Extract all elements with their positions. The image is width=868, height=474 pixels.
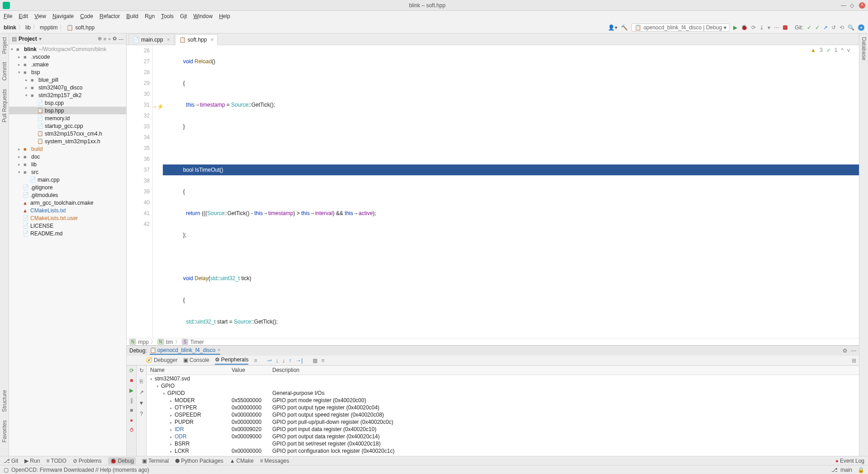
tool-problems[interactable]: ⊘ Problems xyxy=(73,458,102,464)
table-row[interactable]: ▸MODER0x55000000GPIO port mode register … xyxy=(147,397,859,404)
menu-code[interactable]: Code xyxy=(80,13,93,19)
restart-icon[interactable]: ↻ xyxy=(139,367,144,374)
git-branch-icon[interactable]: ⎇ xyxy=(831,467,838,473)
menu-edit[interactable]: Edit xyxy=(19,13,28,19)
crumb-file[interactable]: soft.hpp xyxy=(75,24,95,31)
menu-run[interactable]: Run xyxy=(145,13,155,19)
debug-hide-icon[interactable]: — xyxy=(851,347,856,354)
minimize-button[interactable]: — xyxy=(841,2,847,9)
menu-file[interactable]: File xyxy=(4,13,12,19)
tab-debugger[interactable]: 🧭 Debugger xyxy=(146,357,178,364)
breakpoints-icon[interactable]: ■ xyxy=(130,407,133,413)
collapse-icon[interactable]: ÷ xyxy=(108,36,111,42)
gutter[interactable]: 2627282930 31→⚡ 3233343536 373839404142 xyxy=(127,45,153,338)
filter-icon[interactable]: ▼ xyxy=(139,400,144,406)
run-config-selector[interactable]: 📋 openocd_blink_f4_disco | Debug ▾ xyxy=(631,23,730,32)
code-content[interactable]: void Reload() { this→timestamp = Source:… xyxy=(163,45,859,338)
tool-git[interactable]: ⎇ Git xyxy=(4,458,18,464)
menu-window[interactable]: Window xyxy=(193,13,213,19)
tab-soft[interactable]: 📋soft.hpp× xyxy=(175,34,218,45)
tool-debug[interactable]: 🐞 Debug xyxy=(108,457,136,465)
expand-icon[interactable]: ≡ xyxy=(104,36,106,42)
table-row[interactable]: ▸ODR0x00009000GPIO port output data regi… xyxy=(147,433,859,440)
layout-icon[interactable]: ⊞ xyxy=(852,357,856,364)
search-icon[interactable]: 🔍 xyxy=(848,24,854,31)
tool-event-log[interactable]: ● Event Log xyxy=(835,458,864,464)
git-rollback-icon[interactable]: ⟲ xyxy=(840,24,844,31)
memory-icon[interactable]: ≡ xyxy=(321,357,324,364)
debug-config[interactable]: 📋openocd_blink_f4_disco× xyxy=(150,347,221,355)
tab-main[interactable]: 📄main.cpp× xyxy=(128,34,174,45)
table-row[interactable]: ▸PUPDR0x00000000GPIO port pull-up/pull-d… xyxy=(147,418,859,426)
close-icon[interactable]: × xyxy=(210,37,213,43)
git-update-icon[interactable]: ✓ xyxy=(807,24,811,31)
table-row[interactable]: ▸AFRL0x00000000GPIO alternate function l… xyxy=(147,455,859,456)
evaluate-icon[interactable]: ▦ xyxy=(313,357,318,364)
status-bg-tasks-icon[interactable]: ▢ xyxy=(4,467,9,473)
mute-bp-icon[interactable]: ● xyxy=(130,417,133,423)
crumb-lib[interactable]: lib xyxy=(25,24,31,31)
menu-help[interactable]: Help xyxy=(219,13,230,19)
menu-git[interactable]: Git xyxy=(180,13,187,19)
crumb-mpptim[interactable]: mpptim xyxy=(40,24,57,31)
table-row[interactable]: ▸OSPEEDR0x00000000GPIO port output speed… xyxy=(147,411,859,418)
help-icon[interactable]: ? xyxy=(140,411,143,417)
close-icon[interactable]: × xyxy=(167,37,170,43)
rail-database[interactable]: Database xyxy=(861,37,867,60)
git-push-icon[interactable]: ↗ xyxy=(823,24,828,31)
tool-cmake[interactable]: ▲ CMake xyxy=(230,458,254,464)
tool-todo[interactable]: ≡ TODO xyxy=(46,458,66,464)
tab-console[interactable]: ▣ Console xyxy=(183,357,209,364)
crumb-root[interactable]: blink xyxy=(4,24,16,31)
project-tree[interactable]: ▾■blink~/Workspace/Common/blink ▸■.vscod… xyxy=(9,44,126,456)
table-row[interactable]: ▸OTYPER0x00000000GPIO port output type r… xyxy=(147,404,859,411)
lock-icon[interactable]: 🔒 xyxy=(858,467,864,473)
menu-view[interactable]: View xyxy=(34,13,46,19)
menu-navigate[interactable]: Navigate xyxy=(52,13,74,19)
step-into-icon[interactable]: ↓ xyxy=(275,357,279,364)
peripherals-table[interactable]: Name Value Description ▾stm32f407.svd ▾G… xyxy=(147,366,859,456)
git-commit-icon[interactable]: ✓ xyxy=(815,24,820,31)
copy-icon[interactable]: ⎘ xyxy=(140,378,143,385)
table-row[interactable]: ▸IDR0x00009020GPIO port input data regis… xyxy=(147,426,859,433)
settings-icon[interactable]: ✿ xyxy=(113,36,117,42)
coverage-icon[interactable]: ⟳ xyxy=(751,24,756,31)
rail-structure[interactable]: Structure xyxy=(1,390,8,412)
attach-icon[interactable]: ▾ xyxy=(768,24,770,31)
rail-favorites[interactable]: Favorites xyxy=(1,420,8,442)
tool-python[interactable]: ⬢ Python Packages xyxy=(175,458,223,464)
code-editor[interactable]: ▲3 ✓1 ^v 2627282930 31→⚡ 3233343536 3738… xyxy=(127,45,859,338)
exit-icon[interactable]: ⥀ xyxy=(130,427,133,433)
menu-refactor[interactable]: Refactor xyxy=(100,13,120,19)
user-icon[interactable]: 👤▾ xyxy=(608,24,617,31)
breadcrumb[interactable]: blink 〉 lib 〉 mpptim 〉 📋 soft.hpp xyxy=(4,23,95,31)
git-history-icon[interactable]: ↺ xyxy=(831,24,836,31)
debug-settings-icon[interactable]: ✿ xyxy=(843,347,847,354)
export-icon[interactable]: ↗ xyxy=(139,389,144,395)
debug-icon[interactable]: 🐞 xyxy=(741,24,748,31)
stop-icon[interactable] xyxy=(783,25,787,30)
rail-pull-requests[interactable]: Pull Requests xyxy=(1,89,8,122)
step-over-icon[interactable]: ⤻ xyxy=(267,357,272,364)
table-row[interactable]: ▸LCKR0x00000000GPIO port configuration l… xyxy=(147,447,859,455)
force-step-icon[interactable]: ↓ xyxy=(282,357,285,364)
run-to-cursor-icon[interactable]: →| xyxy=(295,357,303,364)
git-branch[interactable]: main xyxy=(840,467,852,473)
add-icon[interactable]: + xyxy=(858,24,864,31)
tool-terminal[interactable]: ▣ Terminal xyxy=(142,458,169,464)
menu-tools[interactable]: Tools xyxy=(161,13,174,19)
menu-build[interactable]: Build xyxy=(126,13,138,19)
run-icon[interactable]: ▶ xyxy=(733,24,737,31)
build-icon[interactable]: 🔨 xyxy=(621,24,628,31)
inspection-widget[interactable]: ▲3 ✓1 ^v xyxy=(811,47,850,53)
pause-icon[interactable]: ‖ xyxy=(130,397,133,404)
tab-peripherals[interactable]: ⚙ Peripherals xyxy=(215,357,249,365)
maximize-button[interactable]: ◇ xyxy=(850,2,856,9)
step-out-icon[interactable]: ↑ xyxy=(289,357,292,364)
table-row[interactable]: ▸BSRRGPIO port bit set/reset register (0… xyxy=(147,440,859,447)
resume-icon[interactable]: ▶ xyxy=(129,387,133,394)
tool-run[interactable]: ▶ Run xyxy=(24,458,40,464)
editor-breadcrumb[interactable]: Nmpp 〉 Ntim 〉 STimer xyxy=(127,338,859,345)
close-button[interactable]: × xyxy=(859,2,865,9)
rerun-icon[interactable]: ⟳ xyxy=(129,367,134,374)
